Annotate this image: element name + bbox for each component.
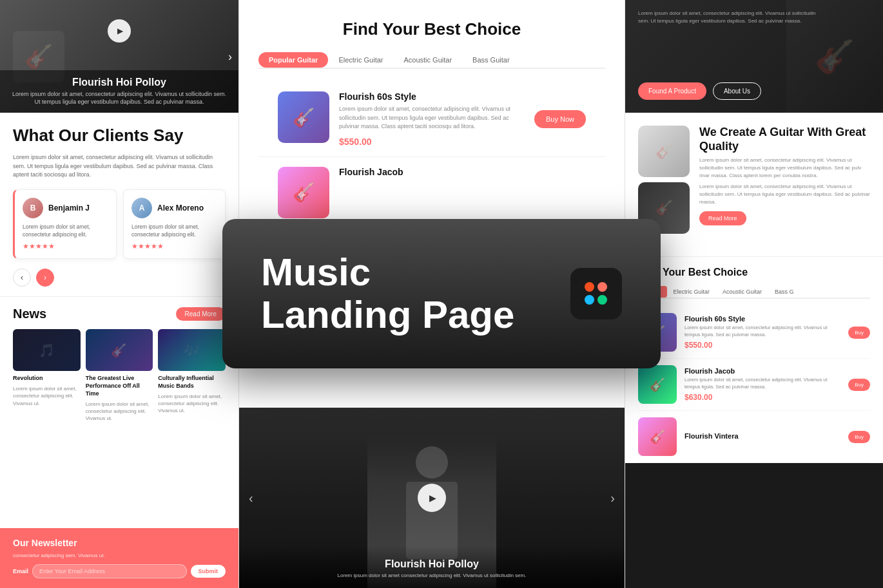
video-desc: Lorem ipsum dolor sit amet consectetur a… bbox=[258, 573, 605, 578]
rp-name-1: Flourish 60s Style bbox=[684, 315, 840, 323]
news-item-3: 🎶 Culturally Influential Music Bands Lor… bbox=[158, 329, 226, 422]
news-item-desc-2: Lorem ipsum dolor sit amet, consectetur … bbox=[86, 401, 153, 422]
tab-acoustic[interactable]: Acoustic Guitar bbox=[393, 52, 462, 68]
quality-desc1: Lorem ipsum dolor sit amet, consectetur … bbox=[699, 156, 870, 180]
right-tab-electric[interactable]: Electric Guitar bbox=[667, 286, 717, 298]
rp-desc-2: Lorem ipsum dolor sit amet, consectetur … bbox=[684, 377, 840, 390]
news-img-1: 🎵 bbox=[13, 329, 81, 371]
product-name-1: Flourish 60s Style bbox=[339, 91, 525, 102]
stars-2: ★★★★★ bbox=[131, 242, 217, 251]
rp-name-2: Flourish Jacob bbox=[684, 367, 840, 375]
product-card-2: 🎸 Flourish Jacob bbox=[258, 157, 605, 228]
avatar-2: A bbox=[131, 198, 152, 218]
testimonial-text-2: Lorem ipsum dolor sit amet, consectetur … bbox=[131, 223, 217, 239]
right-quality-section: 🎸 🎸 We Create A Guitar With Great Qualit… bbox=[625, 113, 883, 256]
rp-buy-2[interactable]: Buy bbox=[848, 379, 870, 391]
news-grid: 🎵 Revolution Lorem ipsum dolor sit amet,… bbox=[13, 329, 226, 422]
video-nav-left[interactable]: ‹ bbox=[249, 491, 253, 506]
tab-filters: Popular Guitar Electric Guitar Acoustic … bbox=[258, 52, 605, 69]
right-product-2: 🎸 Flourish Jacob Lorem ipsum dolor sit a… bbox=[638, 359, 870, 411]
guitar-quality: 🎸 🎸 We Create A Guitar With Great Qualit… bbox=[638, 126, 870, 234]
read-more-right-btn[interactable]: Read More bbox=[699, 211, 746, 225]
center-top: Find Your Best Choice Popular Guitar Ele… bbox=[239, 0, 625, 241]
testimonial-text-1: Lorem ipsum dolor sit amet, consectetur … bbox=[23, 223, 108, 239]
news-img-2: 🎸 bbox=[86, 329, 153, 371]
email-input[interactable] bbox=[32, 564, 186, 578]
newsletter-title: Our Newsletter bbox=[13, 538, 226, 548]
about-us-btn[interactable]: About Us bbox=[713, 82, 761, 100]
carousel-nav: ‹ › bbox=[13, 269, 226, 287]
hero-nav-right[interactable]: › bbox=[228, 50, 232, 63]
news-img-3: 🎶 bbox=[158, 329, 226, 371]
buy-now-btn-1[interactable]: Buy Now bbox=[534, 110, 586, 128]
news-section: News Read More 🎵 Revolution Lorem ipsum … bbox=[0, 296, 238, 432]
rp-desc-1: Lorem ipsum dolor sit amet, consectetur … bbox=[684, 325, 840, 338]
news-item-desc-3: Lorem ipsum dolor sit amet, consectetur … bbox=[158, 393, 226, 415]
figma-dot-4 bbox=[597, 295, 607, 305]
quality-heading: We Create A Guitar With Great Quality bbox=[699, 126, 870, 153]
figma-dot-1 bbox=[585, 282, 594, 292]
tab-popular[interactable]: Popular Guitar bbox=[258, 52, 328, 68]
right-product-img-3: 🎸 bbox=[638, 417, 677, 456]
product-name-2: Flourish Jacob bbox=[339, 167, 586, 177]
news-item-title-1: Revolution bbox=[13, 375, 81, 383]
figma-icon bbox=[570, 268, 622, 319]
play-button[interactable] bbox=[108, 19, 131, 43]
right-tab-acoustic[interactable]: Acoustic Guitar bbox=[716, 286, 768, 298]
right-top-dark: 🎸 Lorem ipsum dolor sit amet, consectetu… bbox=[625, 0, 883, 113]
right-product-info-1: Flourish 60s Style Lorem ipsum dolor sit… bbox=[684, 315, 840, 350]
testimonial-row: B Benjamin J Lorem ipsum dolor sit amet,… bbox=[13, 189, 226, 260]
right-top-desc: Lorem ipsum dolor sit amet, consectetur … bbox=[638, 10, 819, 25]
client-name-2: Alex Moreno bbox=[157, 204, 204, 213]
product-info-1: Flourish 60s Style Lorem ipsum dolor sit… bbox=[339, 91, 525, 147]
right-product-1: 🎸 Flourish 60s Style Lorem ipsum dolor s… bbox=[638, 307, 870, 359]
overlay-text: Music Landing Page bbox=[261, 251, 551, 336]
left-hero: 🎸 › Flourish Hoi Polloy Lorem ipsum dolo… bbox=[0, 0, 238, 113]
left-column: 🎸 › Flourish Hoi Polloy Lorem ipsum dolo… bbox=[0, 0, 238, 588]
right-column: 🎸 Lorem ipsum dolor sit amet, consectetu… bbox=[625, 0, 883, 588]
clients-desc: Lorem ipsum dolor sit amet, consectetur … bbox=[13, 153, 226, 180]
right-tab-bass[interactable]: Bass G bbox=[768, 286, 801, 298]
testimonial-card-2: A Alex Moreno Lorem ipsum dolor sit amet… bbox=[123, 189, 226, 260]
guitar-img-1: 🎸 bbox=[638, 126, 690, 177]
carousel-prev[interactable]: ‹ bbox=[13, 269, 31, 287]
email-label: Email bbox=[13, 568, 28, 574]
right-top-text: Lorem ipsum dolor sit amet, consectetur … bbox=[638, 10, 819, 25]
right-product-3: 🎸 Flourish Vintera Buy bbox=[638, 411, 870, 463]
news-item-1: 🎵 Revolution Lorem ipsum dolor sit amet,… bbox=[13, 329, 81, 422]
center-title: Find Your Best Choice bbox=[258, 19, 605, 39]
quality-desc2: Lorem ipsum dolor sit amet, consectetur … bbox=[699, 183, 870, 206]
right-product-info-3: Flourish Vintera bbox=[684, 432, 840, 442]
submit-btn[interactable]: Submit bbox=[191, 565, 226, 578]
hero-desc: Lorem ipsum dolor sit amet, consectetur … bbox=[10, 90, 229, 106]
right-find-section: Find Your Best Choice Guitar Electric Gu… bbox=[625, 256, 883, 463]
right-top-btns: Found A Product About Us bbox=[638, 82, 761, 100]
read-more-btn[interactable]: Read More bbox=[176, 307, 226, 321]
product-price-1: $550.00 bbox=[339, 137, 525, 147]
tab-electric[interactable]: Electric Guitar bbox=[328, 52, 393, 68]
rp-buy-1[interactable]: Buy bbox=[848, 327, 870, 339]
clients-section: What Our Clients Say Lorem ipsum dolor s… bbox=[0, 113, 238, 296]
video-play-button[interactable] bbox=[418, 484, 446, 512]
figma-dot-2 bbox=[597, 282, 607, 292]
client-name-1: Benjamin J bbox=[48, 204, 90, 213]
video-overlay: Flourish Hoi Polloy Lorem ipsum dolor si… bbox=[239, 545, 625, 588]
video-section: ‹ › Flourish Hoi Polloy Lorem ipsum dolo… bbox=[239, 408, 625, 588]
guitar-quality-text: We Create A Guitar With Great Quality Lo… bbox=[699, 126, 870, 234]
overlay-title: Music Landing Page bbox=[261, 251, 551, 336]
found-product-btn[interactable]: Found A Product bbox=[638, 82, 706, 100]
testimonial-card-1: B Benjamin J Lorem ipsum dolor sit amet,… bbox=[13, 189, 117, 260]
right-find-title: Find Your Best Choice bbox=[638, 267, 870, 278]
figma-dot-3 bbox=[585, 295, 594, 305]
carousel-next[interactable]: › bbox=[36, 269, 54, 287]
tab-bass[interactable]: Bass Guitar bbox=[462, 52, 519, 68]
newsletter-section: Our Newsletter consectetur adipiscing se… bbox=[0, 528, 238, 588]
news-title: News bbox=[13, 307, 46, 321]
rp-buy-3[interactable]: Buy bbox=[848, 431, 870, 443]
news-item-desc-1: Lorem ipsum dolor sit amet, consectetur … bbox=[13, 385, 81, 407]
rp-price-2: $630.00 bbox=[684, 393, 840, 402]
video-title: Flourish Hoi Polloy bbox=[258, 558, 605, 570]
news-item-title-2: The Greatest Live Performance Off All Ti… bbox=[86, 375, 153, 397]
rp-price-1: $550.00 bbox=[684, 341, 840, 350]
video-nav-right[interactable]: › bbox=[610, 491, 615, 506]
